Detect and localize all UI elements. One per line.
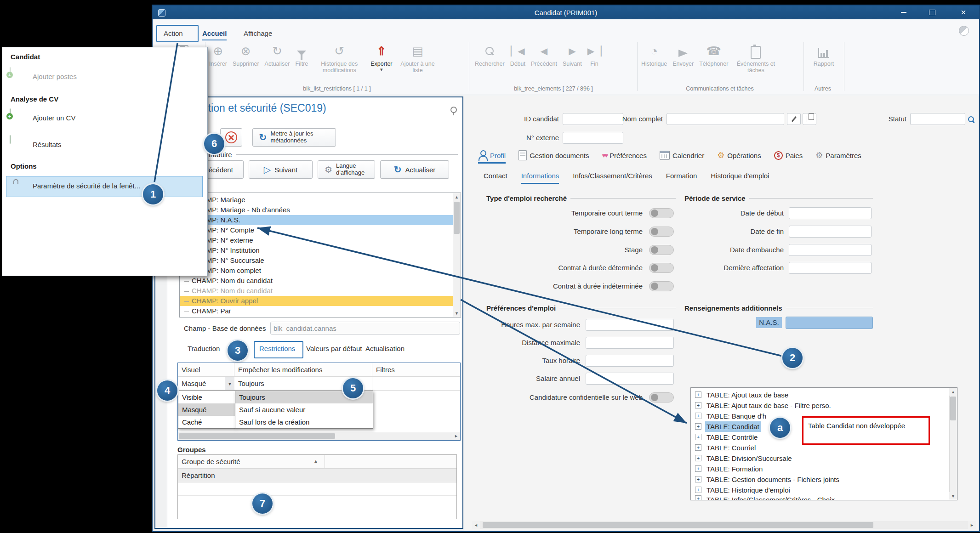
date-fin-input[interactable] bbox=[789, 226, 872, 238]
derniere-affectation-input[interactable] bbox=[789, 262, 872, 274]
modification-history-button[interactable]: Historique des modifications bbox=[312, 41, 366, 75]
dropdown-option[interactable]: Caché bbox=[178, 416, 235, 428]
refresh-element-button[interactable]: ↻Actualiser bbox=[380, 160, 449, 179]
export-button[interactable]: Exporter▾ bbox=[369, 41, 393, 73]
grid-cell-filtres[interactable] bbox=[372, 377, 460, 391]
heures-max-input[interactable] bbox=[586, 319, 674, 331]
expand-icon[interactable] bbox=[695, 423, 701, 430]
toggle-temporaire-court[interactable] bbox=[649, 208, 674, 218]
minimize-button[interactable] bbox=[891, 6, 917, 19]
titlebar[interactable]: Candidat (PRIM001) bbox=[153, 6, 979, 19]
statut-input[interactable] bbox=[910, 113, 965, 125]
scroll-left-icon[interactable] bbox=[472, 521, 480, 529]
toggle-cdd[interactable] bbox=[649, 263, 674, 273]
menu-item-ajouter-cv[interactable]: Ajouter un CV bbox=[33, 114, 75, 122]
grid-header-empecher[interactable]: Empêcher les modifications bbox=[234, 363, 372, 377]
last-button[interactable]: Fin bbox=[586, 41, 603, 68]
menu-item-resultats[interactable]: Résultats bbox=[33, 141, 62, 148]
dropdown-option[interactable]: Visible bbox=[178, 391, 235, 403]
pin-icon[interactable] bbox=[450, 107, 457, 113]
tab-parametres[interactable]: ⚙Paramètres bbox=[815, 148, 861, 162]
distance-max-input[interactable] bbox=[586, 337, 674, 349]
db-field-input[interactable] bbox=[270, 322, 460, 335]
tab-actualisation[interactable]: Actualisation bbox=[365, 342, 405, 356]
groupes-header[interactable]: Groupe de sécurité bbox=[178, 455, 325, 469]
scroll-down-icon[interactable] bbox=[453, 309, 461, 317]
grid-hscrollbar-thumb[interactable] bbox=[179, 433, 335, 439]
tab-calendrier[interactable]: Calendrier bbox=[660, 148, 704, 162]
scrollbar-thumb[interactable] bbox=[950, 397, 956, 420]
tab-gestion-documents[interactable]: Gestion documents bbox=[518, 148, 589, 162]
list-item-disabled[interactable]: CHAMP: Nom du candidat bbox=[180, 286, 453, 296]
tree-row[interactable]: TABLE: Division/Succursale bbox=[691, 453, 949, 464]
dropdown-option[interactable]: Sauf lors de la création bbox=[235, 416, 373, 428]
copy-name-button[interactable] bbox=[803, 113, 816, 125]
delete-button[interactable]: Supprimer bbox=[231, 41, 261, 68]
expand-icon[interactable] bbox=[695, 434, 701, 440]
previous-button[interactable]: Précédent bbox=[530, 41, 558, 68]
list-item[interactable]: CHAMP: Par bbox=[180, 306, 453, 316]
list-item[interactable]: CHAMP: N° Institution bbox=[180, 245, 453, 255]
hscrollbar-thumb[interactable] bbox=[483, 522, 873, 528]
scroll-right-icon[interactable] bbox=[968, 521, 976, 529]
scroll-up-icon[interactable] bbox=[949, 388, 957, 396]
subtab-historique-emploi[interactable]: Historique d'emploi bbox=[711, 171, 769, 183]
filter-button[interactable]: Filtre bbox=[294, 41, 309, 68]
nom-complet-input[interactable] bbox=[667, 113, 784, 125]
externe-input[interactable] bbox=[563, 132, 623, 144]
toggle-confidential[interactable] bbox=[649, 392, 674, 403]
edit-name-button[interactable] bbox=[787, 113, 801, 125]
scrollbar-thumb[interactable] bbox=[454, 202, 460, 234]
grid-header-visuel[interactable]: Visuel bbox=[178, 363, 234, 377]
tab-profil[interactable]: Profil bbox=[478, 148, 506, 164]
toggle-cdi[interactable] bbox=[649, 281, 674, 291]
subtab-formation[interactable]: Formation bbox=[666, 171, 697, 183]
dropdown-option-selected[interactable]: Masqué bbox=[178, 403, 235, 416]
tab-operations[interactable]: ⚙Opérations bbox=[717, 148, 761, 162]
expand-icon[interactable] bbox=[695, 444, 701, 451]
groupes-row[interactable]: Répartition bbox=[178, 469, 456, 482]
tree-row[interactable]: TABLE: Ajout taux de base bbox=[691, 390, 949, 400]
scroll-up-icon[interactable] bbox=[453, 193, 461, 201]
tab-affichage[interactable]: Affichage bbox=[244, 28, 272, 40]
expand-icon[interactable] bbox=[695, 465, 701, 472]
display-language-button[interactable]: ⚙Langue d'affichage bbox=[318, 160, 375, 179]
maximize-button[interactable] bbox=[919, 6, 945, 19]
phone-button[interactable]: Téléphoner bbox=[698, 41, 729, 68]
list-item-selected[interactable]: CHAMP: N.A.S. bbox=[180, 215, 453, 225]
subtab-infos-classement[interactable]: Infos/Classement/Critères bbox=[573, 171, 652, 183]
groupes-header-empty[interactable] bbox=[325, 455, 456, 469]
subtab-informations[interactable]: Informations bbox=[521, 171, 559, 184]
toggle-stage[interactable] bbox=[649, 245, 674, 255]
historique-button[interactable]: Historique bbox=[640, 41, 668, 68]
tab-valeurs-par-defaut[interactable]: Valeurs par défaut bbox=[306, 342, 362, 356]
tree-row[interactable]: TABLE: Gestion documents - Fichiers join… bbox=[691, 474, 949, 485]
list-item[interactable]: CHAMP: N° Succursale bbox=[180, 255, 453, 266]
expand-icon[interactable] bbox=[695, 413, 701, 419]
tree-row[interactable]: TABLE: Formation bbox=[691, 464, 949, 474]
events-tasks-button[interactable]: Événements et tâches bbox=[732, 41, 779, 75]
close-button[interactable] bbox=[951, 6, 976, 19]
visuel-combo-button[interactable]: ▼ bbox=[225, 377, 234, 390]
tab-paies[interactable]: Paies bbox=[774, 148, 803, 162]
expand-icon[interactable] bbox=[695, 487, 701, 493]
expand-icon[interactable] bbox=[695, 455, 701, 461]
expand-icon[interactable] bbox=[695, 391, 701, 398]
expand-icon[interactable] bbox=[695, 476, 701, 482]
refresh-button[interactable]: Actualiser bbox=[263, 41, 291, 68]
tab-preferences[interactable]: ♥♥Préférences bbox=[602, 148, 647, 162]
menu-item-ajouter-postes[interactable]: Ajouter postes bbox=[33, 73, 77, 80]
nas-input[interactable] bbox=[786, 317, 873, 329]
scroll-down-icon[interactable] bbox=[949, 492, 957, 500]
tree-row[interactable]: TABLE: Ajout taux de base - Filtre perso… bbox=[691, 400, 949, 411]
insert-button[interactable]: Insérer bbox=[208, 41, 228, 68]
list-item[interactable]: CHAMP: Nom complet bbox=[180, 266, 453, 276]
report-button[interactable]: Rapport bbox=[812, 41, 835, 68]
tab-traduction[interactable]: Traduction bbox=[188, 342, 220, 356]
list-item[interactable]: CHAMP: Mariage bbox=[180, 195, 453, 205]
grid-scroll-right-icon[interactable] bbox=[452, 432, 460, 440]
dropdown-option[interactable]: Sauf si aucune valeur bbox=[235, 403, 373, 416]
date-embauche-input[interactable] bbox=[789, 244, 872, 256]
subtab-contact[interactable]: Contact bbox=[484, 171, 507, 183]
expand-icon[interactable] bbox=[695, 402, 701, 408]
